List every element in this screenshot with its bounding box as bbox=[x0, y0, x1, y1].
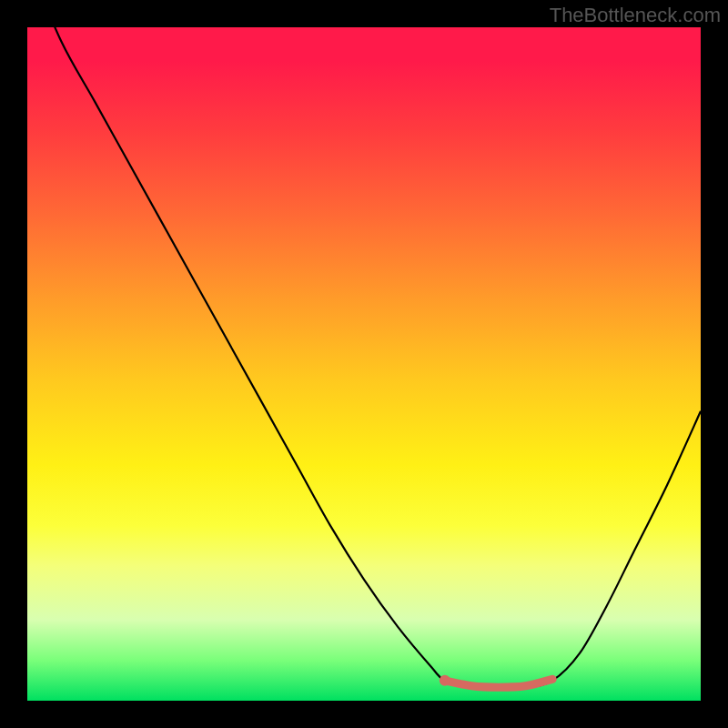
watermark-text: TheBottleneck.com bbox=[550, 4, 721, 27]
bottleneck-curve-path bbox=[27, 27, 701, 688]
optimal-range-start-dot bbox=[440, 675, 450, 686]
plot-area bbox=[27, 27, 701, 701]
chart-svg bbox=[27, 27, 701, 701]
optimal-range-marker-path bbox=[445, 679, 552, 687]
